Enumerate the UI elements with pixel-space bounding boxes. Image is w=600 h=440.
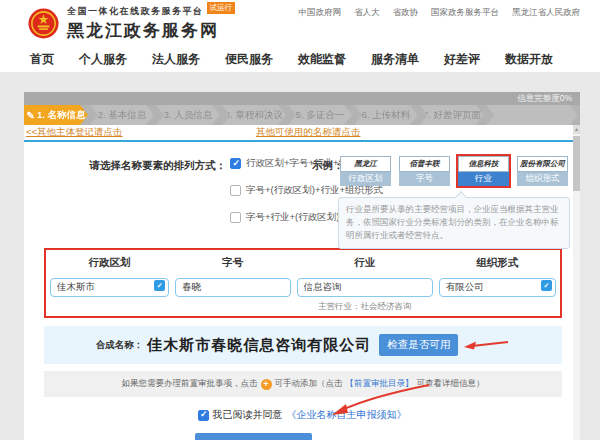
top-links: 中国政府网 省人大 省政协 国家政务服务平台 黑龙江省人民政府	[299, 7, 581, 19]
example-card-name: 信息科技	[458, 156, 509, 172]
region-picker-icon[interactable]	[154, 280, 165, 291]
add-plus-icon[interactable]	[261, 379, 272, 390]
checkbox-checked-icon[interactable]	[230, 158, 241, 169]
other-entity-registration-link[interactable]: <<其他主体登记请点击	[26, 126, 123, 139]
top-link-zhengxie[interactable]: 省政协	[393, 7, 419, 19]
example-block: 黑龙江 行政区划 佰普丰联 字号 信息科技 行业 股份有限公司 组织形式	[338, 154, 570, 249]
agreement-text: 我已阅读并同意	[213, 408, 283, 422]
industry-tooltip: 行业是所要从事的主要经营项目，企业应当根据其主营业务，依照国家行业分类标准划分的…	[338, 197, 570, 249]
nav-rating[interactable]: 好差评	[444, 51, 480, 68]
example-card-trade-name[interactable]: 佰普丰联 字号	[397, 154, 452, 188]
top-link-gov-cn[interactable]: 中国政府网	[299, 7, 342, 19]
example-card-tag: 组织形式	[517, 172, 568, 186]
field-header-region: 行政区划	[50, 256, 169, 270]
wizard-step-label: 3. 人员信息	[164, 109, 213, 122]
wizard-step-label: 1. 名称信息	[37, 109, 86, 122]
wizard-step-personnel-info[interactable]: 3. 人员信息	[156, 105, 220, 125]
save-row: 保存并下一步	[24, 433, 580, 440]
wizard-step-filler	[486, 105, 578, 125]
trial-badge: 试运行	[207, 2, 236, 14]
checkbox-unchecked-icon[interactable]	[230, 185, 241, 196]
composite-name-section: 合成名称： 佳木斯市春晓信息咨询有限公司 检查是否可用	[44, 326, 562, 364]
field-header-trade-name: 字号	[175, 256, 290, 270]
field-region: 行政区划	[50, 256, 169, 313]
national-emblem-logo	[28, 8, 59, 39]
name-elements-form: 行政区划 字号 行业 主营行业：社会经济咨询 组织形式	[44, 248, 562, 318]
wizard-steps: ✎ 1. 名称信息 2. 基本信息 3. 人员信息 4. 章程和决议 5. 多证…	[24, 105, 580, 125]
nav-personal-services[interactable]: 个人服务	[79, 51, 127, 68]
nav-service-list[interactable]: 服务清单	[371, 51, 419, 68]
wizard-step-label: 6. 上传材料	[362, 109, 411, 122]
wizard-step-label: 2. 基本信息	[98, 109, 147, 122]
field-org-form: 组织形式	[439, 256, 556, 313]
example-card-tag: 行业	[458, 172, 509, 186]
wizard-step-upload[interactable]: 6. 上传材料	[354, 105, 418, 125]
wizard-step-name-info[interactable]: ✎ 1. 名称信息	[24, 105, 88, 125]
platform-title: 全国一体化在线政务服务平台	[67, 5, 204, 18]
top-link-national-platform[interactable]: 国家政务服务平台	[431, 7, 499, 19]
nav-home[interactable]: 首页	[30, 51, 54, 68]
agreement-checkbox[interactable]	[198, 410, 209, 421]
nav-convenience-services[interactable]: 便民服务	[225, 51, 273, 68]
wizard-step-label: 7. 好差评页面	[423, 109, 481, 122]
trade-name-input[interactable]	[175, 278, 290, 297]
example-card-name: 股份有限公司	[517, 156, 568, 172]
field-header-industry: 行业	[297, 256, 433, 270]
agreement-row: 我已阅读并同意 《企业名称自主申报须知》	[24, 408, 580, 422]
arrangement-section: 请选择名称要素的排列方式： 行政区划+字号+行业+组织形式 字号+(行政区划)+…	[24, 142, 580, 246]
notice-text-before: 如果您需要办理前置审批事项，点击	[122, 378, 258, 390]
arrangement-label: 请选择名称要素的排列方式：	[54, 159, 226, 173]
composite-name-label: 合成名称：	[96, 339, 144, 352]
example-card-industry[interactable]: 信息科技 行业	[456, 154, 511, 188]
example-card-region[interactable]: 黑龙江 行政区划	[338, 154, 393, 188]
tooltip-text: 行业是所要从事的主要经营项目，企业应当根据其主营业务，依照国家行业分类标准划分的…	[346, 204, 559, 240]
wizard-step-multi-cert[interactable]: 5. 多证合一	[288, 105, 352, 125]
org-form-input[interactable]	[439, 278, 556, 297]
red-arrow-to-agreement-checkbox	[324, 382, 434, 416]
site-header: 全国一体化在线政务服务平台 试运行 黑龙江政务服务网 中国政府网 省人大 省政协…	[0, 0, 600, 46]
site-title-block: 全国一体化在线政务服务平台 试运行 黑龙江政务服务网	[67, 5, 235, 42]
composite-name-value: 佳木斯市春晓信息咨询有限公司	[147, 336, 371, 355]
content-panel: 信息完整度0% ✎ 1. 名称信息 2. 基本信息 3. 人员信息 4. 章程和…	[24, 92, 580, 440]
check-availability-button[interactable]: 检查是否可用	[379, 334, 458, 356]
completeness-indicator: 信息完整度0%	[24, 92, 580, 105]
top-link-renda[interactable]: 省人大	[354, 7, 380, 19]
example-card-name: 佰普丰联	[399, 156, 450, 172]
wizard-step-rating-page[interactable]: 7. 好差评页面	[420, 105, 484, 125]
checkbox-unchecked-icon[interactable]	[230, 212, 241, 223]
save-next-button[interactable]: 保存并下一步	[195, 433, 312, 440]
example-card-tag: 字号	[399, 172, 450, 186]
wizard-step-label: 4. 章程和决议	[225, 109, 283, 122]
nav-open-data[interactable]: 数据开放	[505, 51, 553, 68]
nav-legal-entity-services[interactable]: 法人服务	[152, 51, 200, 68]
pre-approval-notice: 如果您需要办理前置审批事项，点击 可手动添加（点击 【前置审批目录】 可查看详细…	[44, 371, 562, 397]
region-input[interactable]	[50, 278, 169, 297]
field-trade-name: 字号	[175, 256, 290, 313]
wizard-step-basic-info[interactable]: 2. 基本信息	[90, 105, 154, 125]
main-industry-note: 主营行业：社会经济咨询	[297, 301, 433, 313]
top-link-provincial-gov[interactable]: 黑龙江省人民政府	[512, 7, 580, 19]
example-card-tag: 行政区划	[340, 172, 391, 186]
other-available-names-link[interactable]: 其他可使用的名称请点击	[256, 126, 361, 139]
scrollbar-up-arrow[interactable]: ▲	[573, 125, 580, 134]
example-card-name: 黑龙江	[340, 156, 391, 172]
site-title: 黑龙江政务服务网	[67, 19, 235, 42]
quick-links-row: <<其他主体登记请点击 其他可使用的名称请点击	[24, 125, 580, 142]
wizard-step-label: 5. 多证合一	[296, 109, 345, 122]
red-arrow-to-check-button	[462, 339, 510, 351]
field-header-org-form: 组织形式	[439, 256, 556, 270]
industry-input[interactable]	[297, 278, 433, 297]
tooltip-caret	[455, 191, 466, 202]
org-form-picker-icon[interactable]	[541, 280, 552, 291]
main-nav: 首页 个人服务 法人服务 便民服务 效能监督 服务清单 好差评 数据开放	[0, 46, 600, 72]
example-card-org-form[interactable]: 股份有限公司 组织形式	[515, 154, 570, 188]
pencil-icon: ✎	[27, 110, 35, 121]
wizard-step-charter[interactable]: 4. 章程和决议	[222, 105, 286, 125]
field-industry: 行业 主营行业：社会经济咨询	[297, 256, 433, 313]
nav-efficiency-supervision[interactable]: 效能监督	[298, 51, 346, 68]
